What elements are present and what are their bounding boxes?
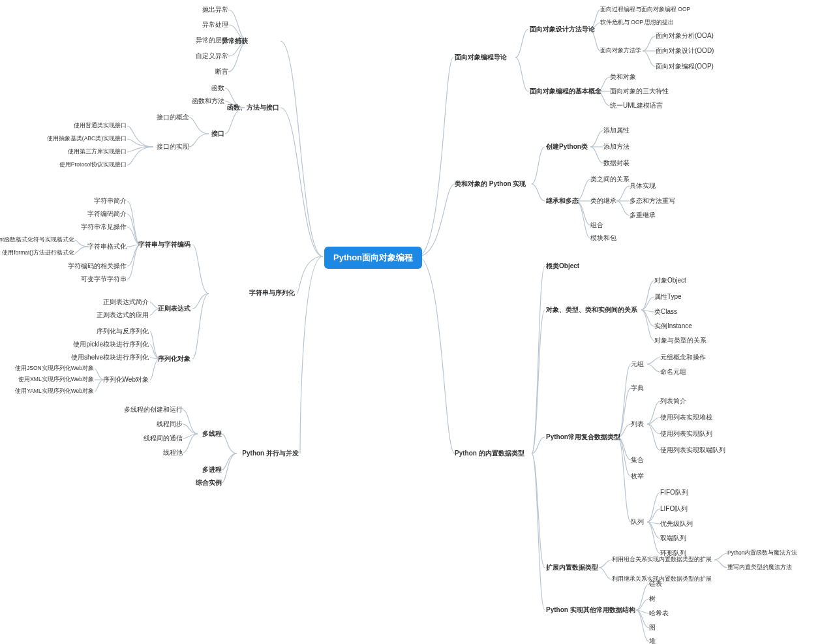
leaf: 软件危机与 OOP 思想的提出	[600, 19, 674, 27]
branch-intro[interactable]: 面向对象编程导论	[455, 53, 507, 62]
leaf: 枚举	[631, 472, 644, 481]
leaf: 双端队列	[660, 534, 686, 543]
leaf: 使用列表实现双端队列	[660, 446, 725, 455]
leaf: 数据封装	[603, 159, 630, 168]
leaf: 函数和方法	[192, 97, 224, 106]
node-class-inherit[interactable]: 类的继承	[590, 196, 616, 206]
leaf: 使用第三方库实现接口	[68, 148, 127, 156]
leaf: 使用列表实现堆栈	[660, 413, 712, 422]
node-methods[interactable]: 面向对象方法学	[600, 47, 641, 55]
leaf: 元组概念和操作	[660, 353, 706, 362]
leaf: 类Class	[654, 307, 677, 316]
leaf: 函数	[211, 84, 224, 93]
leaf: 组合	[590, 221, 603, 230]
node-regex[interactable]: 正则表达式	[158, 304, 190, 313]
node-list[interactable]: 列表	[631, 420, 644, 429]
leaf: FIFO队列	[660, 488, 688, 497]
leaf: 可变字节字符串	[81, 275, 127, 284]
node-other-ds[interactable]: Python 实现其他常用数据结构	[546, 606, 635, 615]
branch-builtin[interactable]: Python 的内置数据类型	[455, 449, 524, 458]
branch-string[interactable]: 字符串与序列化	[249, 288, 295, 298]
node-compound[interactable]: Python常用复合数据类型	[546, 433, 620, 442]
branch-concurrency[interactable]: Python 并行与并发	[242, 449, 299, 458]
node-tuple[interactable]: 元组	[631, 360, 644, 369]
node-interface[interactable]: 接口	[211, 129, 224, 138]
leaf: 抛出异常	[202, 5, 228, 14]
leaf: 使用pickle模块进行序列化	[73, 340, 149, 349]
leaf: 接口的概念	[157, 113, 189, 122]
leaf: Python内置函数与魔法方法	[727, 549, 797, 557]
leaf: 综合实例	[196, 478, 222, 487]
node-interface-impl[interactable]: 接口的实现	[157, 142, 189, 151]
leaf: 添加属性	[603, 126, 630, 135]
leaf: 重写内置类型的魔法方法	[727, 564, 792, 572]
leaf: 线程池	[163, 448, 183, 457]
leaf: 正则表达式简介	[103, 298, 149, 307]
node-thread[interactable]: 多线程	[202, 429, 222, 438]
leaf: 面向对象分析(OOA)	[656, 31, 714, 40]
leaf: 字典	[631, 384, 644, 393]
leaf: 根类Object	[546, 262, 579, 271]
leaf: 使用Print函数格式化符号实现格式化	[0, 236, 74, 244]
leaf: 序列化与反序列化	[97, 327, 149, 336]
leaf: 链表	[649, 579, 662, 589]
leaf: 优先级队列	[660, 519, 693, 529]
leaf: 面向对象的三大特性	[610, 87, 669, 96]
leaf: 列表简介	[660, 397, 686, 406]
leaf: 字符串简介	[94, 196, 127, 206]
leaf: 树	[649, 594, 656, 604]
leaf: 类和对象	[610, 72, 636, 82]
node-design[interactable]: 面向对象设计方法导论	[530, 25, 595, 34]
leaf: 使用YAML实现序列化Web对象	[15, 388, 94, 395]
leaf: 使用Protocol协议实现接口	[59, 161, 127, 169]
leaf: 线程同步	[157, 420, 183, 429]
leaf: 图	[649, 623, 656, 632]
leaf: 多态和方法重写	[630, 196, 675, 206]
leaf: 使用抽象基类(ABC类)实现接口	[47, 135, 127, 143]
leaf: 添加方法	[603, 142, 630, 151]
leaf: 使用普通类实现接口	[74, 122, 127, 130]
leaf: 哈希表	[649, 609, 669, 618]
node-serial[interactable]: 序列化对象	[158, 354, 190, 363]
root-node[interactable]: Python面向对象编程	[324, 247, 422, 269]
leaf: 集合	[631, 455, 644, 465]
leaf: 对象Object	[654, 276, 686, 285]
leaf: 自定义异常	[196, 52, 228, 61]
node-fmt[interactable]: 字符串格式化	[87, 242, 127, 251]
leaf: 线程间的通信	[144, 434, 183, 443]
leaf: 字符编码简介	[87, 209, 127, 219]
leaf: 正则表达式的应用	[97, 311, 149, 320]
node-queue[interactable]: 队列	[631, 517, 644, 527]
leaf: 字符编码的相关操作	[68, 262, 127, 271]
leaf: 字符串常见操作	[81, 222, 127, 232]
leaf: 属性Type	[654, 292, 682, 301]
branch-class-impl[interactable]: 类和对象的 Python 实现	[455, 179, 526, 189]
leaf: 堆	[649, 637, 656, 644]
leaf: 使用列表实现队列	[660, 429, 712, 438]
branch-function[interactable]: 函数、方法与接口	[227, 103, 279, 112]
leaf: 异常的层级	[196, 36, 228, 45]
leaf: 统一UML建模语言	[610, 101, 663, 110]
leaf: 命名元组	[660, 367, 686, 376]
leaf: 使用format()方法进行格式化	[2, 249, 74, 257]
node-serial-web[interactable]: 序列化Web对象	[103, 375, 149, 384]
node-extend[interactable]: 扩展内置数据类型	[546, 563, 598, 572]
leaf: 对象与类型的关系	[654, 336, 706, 345]
leaf: 使用JSON实现序列化Web对象	[15, 365, 94, 373]
leaf: 具体实现	[630, 181, 656, 191]
leaf: 多重继承	[630, 211, 656, 220]
node-extend-comp[interactable]: 利用组合关系实现内置数据类型的扩展	[612, 556, 712, 564]
node-obj-rel[interactable]: 对象、类型、类和实例间的关系	[546, 305, 637, 314]
leaf: 实例Instance	[654, 322, 692, 331]
leaf: 面向对象编程(OOP)	[656, 62, 714, 71]
node-inherit[interactable]: 继承和多态	[546, 196, 579, 206]
connector-layer	[0, 0, 835, 644]
node-basic[interactable]: 面向对象编程的基本概念	[530, 87, 601, 96]
leaf: 面向过程编程与面向对象编程 OOP	[600, 6, 690, 14]
node-charenc[interactable]: 字符串与字符编码	[138, 240, 190, 249]
leaf: 类之间的关系	[590, 175, 630, 184]
leaf: 多进程	[202, 465, 222, 474]
node-create[interactable]: 创建Python类	[546, 142, 588, 151]
leaf: 断言	[215, 67, 228, 76]
leaf: 使用XML实现序列化Web对象	[18, 376, 94, 384]
